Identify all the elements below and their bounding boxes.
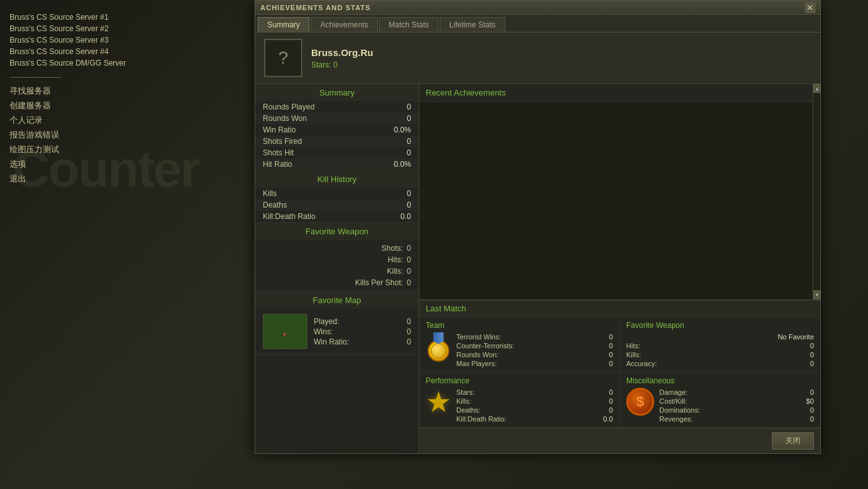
stat-value: 0 [407,255,411,264]
sidebar-menu-item[interactable]: 报告游戏错误 [10,129,239,141]
stat-value: 0 [609,342,613,350]
avatar: ? [264,39,302,77]
stat-value: 0 [407,114,411,123]
fav-weapon-stat-row: Kills Per Shot:0 [263,277,411,288]
tab-match-stats[interactable]: Match Stats [379,17,438,32]
sidebar-server-item[interactable]: Bruss's CS Source Server #4 [10,47,239,56]
performance-stat-row: Kill:Death Ratio:0.0 [456,415,613,423]
sidebar-server-item[interactable]: Bruss's CS Source Server #2 [10,24,239,33]
misc-stat-row: Dominations:0 [659,406,814,415]
stat-value: 0 [609,360,613,367]
performance-content: ★ Stars:0Kills:0Deaths:0Kill:Death Ratio… [426,388,613,423]
profile-bar: ? Bruss.Org.Ru Stars: 0 [255,32,820,84]
profile-info: Bruss.Org.Ru Stars: 0 [311,47,374,69]
stat-value: 0 [609,333,613,341]
last-match-performance: Performance ★ Stars:0Kills:0Deaths:0Kill… [419,372,620,427]
tab-lifetime-stats[interactable]: Lifetime Stats [440,17,505,32]
stat-label: Deaths: [456,406,480,414]
stat-value: 0 [609,388,613,396]
stat-label: Terrorist Wins: [456,333,501,341]
stat-value: 0 [407,189,411,198]
team-content: Terrorist Wins:0Counter-Terrorists:0Roun… [426,332,613,368]
misc-content: $ Damage:0Cost/Kill:$0Dominations:0Reven… [626,388,814,423]
last-match-section: Last Match Team Terrorist Win [419,300,820,428]
favorite-map-title: Favorite Map [255,292,419,309]
stat-value: 0 [407,244,411,253]
sidebar-divider: ---------------------- [10,73,239,80]
tab-summary[interactable]: Summary [258,17,309,32]
stat-label: Hits: [626,342,640,350]
avatar-symbol: ? [278,48,288,68]
misc-title: Miscellaneous [626,376,814,385]
summary-stat-row: Hit Ratio0.0% [255,159,419,170]
sidebar-server-item[interactable]: Bruss's CS Source Server #3 [10,36,239,45]
scroll-up-button[interactable]: ▲ [813,84,821,93]
stat-label: Deaths [263,201,287,209]
sidebar-menu-item[interactable]: 个人记录 [10,115,239,126]
stat-label: Kills: [626,351,641,358]
last-match-team: Team Terrorist Wins:0Counter-Terrorists:… [419,317,620,372]
stat-label: Max Players: [456,360,497,367]
tab-achievements[interactable]: Achievements [311,17,377,32]
performance-stats: Stars:0Kills:0Deaths:0Kill:Death Ratio:0… [456,388,613,423]
team-stat-row: Max Players:0 [456,359,613,368]
last-match-fav-weapon: Favorite Weapon No FavoriteHits:0Kills:0… [620,317,820,372]
stat-label: Played: [314,317,339,326]
stat-value: 0.0% [394,160,411,169]
sidebar-menu-item[interactable]: 绘图压力测试 [10,144,239,155]
sidebar-menu-item[interactable]: 创建服务器 [10,100,239,111]
tabs-bar: Summary Achievements Match Stats Lifetim… [255,15,820,32]
stat-value: 0 [810,351,814,358]
right-panel: Recent Achievements ▲ ▼ Last Match Team [419,84,820,453]
sidebar-menu-item[interactable]: 选项 [10,159,239,170]
stat-value: 0 [407,148,411,157]
stat-label: Counter-Terrorists: [456,342,514,350]
stat-label: Shots Fired [263,137,302,146]
sidebar-server-item[interactable]: Bruss's CS Source Server #1 [10,13,239,22]
misc-stat-row: Revenges:0 [659,415,814,423]
stat-label: Win Ratio [263,125,296,134]
summary-stat-row: Rounds Won0 [255,113,419,124]
stat-value: 0 [407,201,411,209]
medal-inner [431,343,446,358]
performance-stat-row: Kills:0 [456,397,613,406]
stat-value: 0 [407,327,411,336]
stat-value: 0 [407,137,411,146]
stat-label: Hits: [263,255,403,264]
stat-value: 0.0 [603,415,613,423]
map-stat-row: Played:0 [314,317,411,326]
left-panel: Summary Rounds Played0Rounds Won0Win Rat… [255,84,419,453]
content-area: Summary Rounds Played0Rounds Won0Win Rat… [255,84,820,453]
close-button[interactable]: 关闭 [772,432,814,450]
stat-value: 0.0 [400,212,411,221]
summary-stat-row: Shots Fired0 [255,136,419,147]
fav-weapon-match-stats: No FavoriteHits:0Kills:0Accuracy:0 [626,332,814,368]
fav-weapon-match-stat-row: Hits:0 [626,341,814,350]
kill-stat-row: Deaths0 [255,199,419,211]
stat-label: Revenges: [659,415,693,423]
fav-weapon-match-title: Favorite Weapon [626,321,814,330]
favorite-map-section: Favorite Map Played:0Wins:0Win Ratio:0 [255,292,419,355]
scroll-down-button[interactable]: ▼ [813,290,821,299]
coin-icon: $ [626,388,654,416]
summary-stat-row: Rounds Played0 [255,101,419,113]
misc-stat-row: Damage:0 [659,388,814,397]
stat-label: Hit Ratio [263,160,292,169]
stat-label: Wins: [314,327,333,336]
dialog-close-button[interactable]: ✕ [805,3,815,13]
fav-weapon-match-stat-row: Accuracy:0 [626,359,814,368]
misc-stats: Damage:0Cost/Kill:$0Dominations:0Revenge… [659,388,814,423]
kill-history-section: Kill History Kills0Deaths0Kill:Death Rat… [255,171,419,223]
sidebar-menu-item[interactable]: 退出 [10,173,239,185]
sidebar: Bruss's CS Source Server #1Bruss's CS So… [0,0,248,489]
favorite-weapon-section: Favorite Weapon Shots:0Hits:0Kills:0Kill… [255,223,419,292]
stat-label: Kills Per Shot: [263,278,403,287]
performance-stat-row: Stars:0 [456,388,613,397]
recent-achievements-title: Recent Achievements [419,84,820,102]
sidebar-server-item[interactable]: Bruss's CS Source DM/GG Server [10,59,239,67]
sidebar-menu-item[interactable]: 寻找服务器 [10,85,239,97]
medal-ribbon [433,332,444,344]
stat-value: 0 [810,388,814,396]
stat-label: Win Ratio: [314,337,349,346]
stat-label: Kills [263,189,277,198]
